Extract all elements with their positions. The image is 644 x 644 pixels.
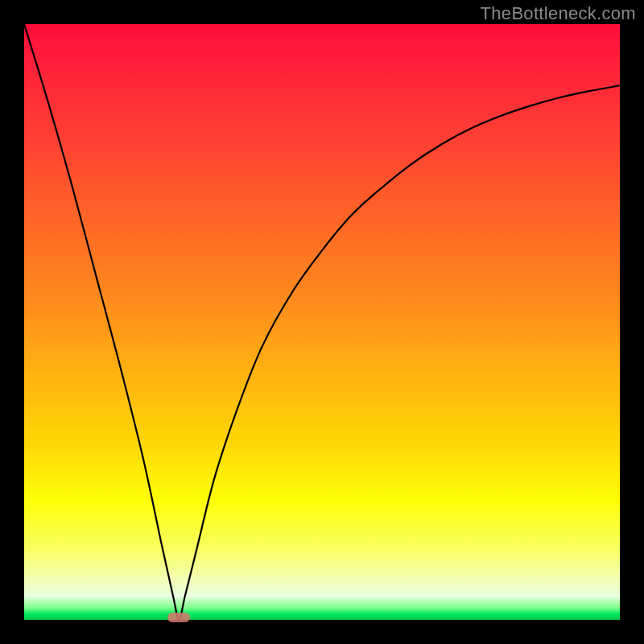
plot-area xyxy=(24,24,620,620)
optimum-marker xyxy=(167,613,190,622)
watermark-text: TheBottleneck.com xyxy=(481,3,636,24)
chart-frame: TheBottleneck.com xyxy=(0,0,644,644)
bottleneck-curve-path xyxy=(24,24,620,620)
curve-svg xyxy=(24,24,620,620)
